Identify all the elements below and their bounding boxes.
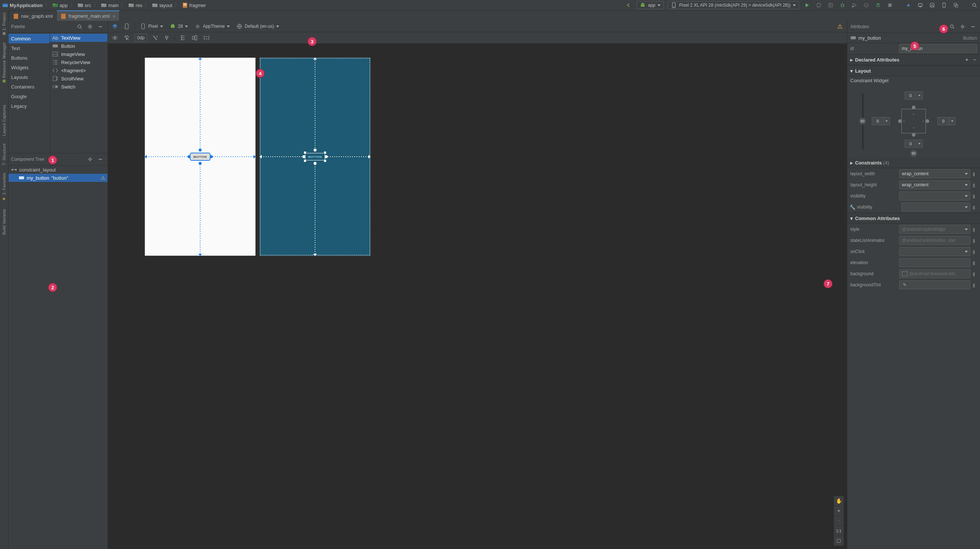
clear-constraints-icon[interactable] — [151, 34, 159, 42]
debug-button[interactable] — [838, 1, 846, 9]
handle-right[interactable] — [210, 155, 213, 158]
palette-item-fragment[interactable]: <fragment> — [50, 66, 108, 75]
strip-item-build-variants[interactable]: Build Variants — [2, 209, 6, 235]
handle-left[interactable] — [302, 155, 305, 158]
align-icon[interactable] — [191, 34, 199, 42]
anchor-top[interactable] — [912, 106, 915, 109]
cat-containers[interactable]: Containers — [8, 82, 50, 92]
background-input[interactable]: @android:drawable/btn_ — [899, 269, 970, 278]
apply-code-changes-button[interactable] — [827, 1, 835, 9]
bind-indicator-icon[interactable]: ▮ — [973, 171, 977, 177]
crumb-main[interactable]: main — [100, 2, 119, 8]
handle-top[interactable] — [313, 149, 317, 152]
handle-right[interactable] — [325, 155, 328, 158]
avd-manager-button[interactable] — [916, 1, 924, 9]
tools-visibility-select[interactable] — [901, 203, 970, 211]
gear-icon[interactable] — [958, 22, 967, 31]
handle-left[interactable] — [188, 155, 191, 158]
layout-inspector-button[interactable] — [952, 1, 960, 9]
selected-button[interactable]: BUTTON — [191, 153, 210, 160]
api-picker[interactable]: 28 — [168, 23, 189, 29]
bias-horizontal[interactable]: 50 — [910, 150, 917, 157]
warning-icon[interactable]: ⚠ — [101, 175, 105, 181]
tab-fragment-main[interactable]: fragment_main.xml × — [57, 10, 120, 22]
chevron-down-icon[interactable] — [916, 92, 923, 100]
stop-button[interactable] — [886, 1, 894, 9]
strip-item-structure[interactable]: 7: Structure — [2, 143, 6, 165]
selected-button[interactable]: BUTTON — [305, 153, 325, 160]
minimize-icon[interactable] — [96, 22, 105, 31]
margin-bottom[interactable]: 0 — [905, 140, 923, 148]
pack-icon[interactable] — [202, 34, 210, 42]
crumb-file[interactable]: fragmer — [181, 2, 207, 8]
corner-se[interactable] — [324, 160, 326, 162]
orientation-icon[interactable] — [123, 22, 131, 30]
infer-constraints-icon[interactable] — [163, 34, 171, 42]
palette-item-imageview[interactable]: ImageView — [50, 50, 108, 58]
layout-height-select[interactable]: wrap_content — [899, 181, 970, 189]
sdk-manager-button[interactable] — [928, 1, 936, 9]
bind-indicator-icon[interactable]: ▮ — [973, 182, 977, 188]
corner-sw[interactable] — [304, 160, 306, 162]
sla-input[interactable]: @android:anim/button_stat — [899, 236, 970, 245]
autoconnect-icon[interactable] — [123, 34, 131, 42]
cat-common[interactable]: Common — [8, 34, 50, 43]
pan-button[interactable]: ✋ — [834, 496, 843, 506]
theme-picker[interactable]: ◎AppTheme — [193, 23, 231, 29]
tree-root[interactable]: constraint_layout — [8, 166, 108, 174]
cat-buttons[interactable]: Buttons — [8, 53, 50, 63]
canvas[interactable]: BUTTON BUTTON — [108, 44, 847, 549]
crumb-res[interactable]: res — [127, 2, 143, 8]
tree-child-my-button[interactable]: my_button "button" ⚠ — [8, 174, 108, 182]
strip-item-favorites[interactable]: ★ 2: Favorites — [2, 173, 7, 202]
locale-picker[interactable]: Default (en-us) — [235, 23, 281, 29]
margin-right[interactable]: 0 — [937, 117, 956, 125]
default-margin[interactable]: 0dp — [135, 34, 147, 42]
device-combo[interactable]: Pixel 2 XL API 28 (minSdk(API 29) > devi… — [668, 1, 799, 9]
device-picker[interactable]: Pixel — [138, 23, 165, 29]
style-select[interactable]: @android:style/Widge — [899, 225, 970, 234]
cat-layouts[interactable]: Layouts — [8, 72, 50, 82]
anchor-left[interactable] — [898, 119, 902, 123]
gear-icon[interactable] — [86, 22, 94, 31]
attach-debugger-button[interactable] — [874, 1, 882, 9]
coverage-button[interactable] — [850, 1, 858, 9]
palette-item-scrollview[interactable]: ScrollView — [50, 75, 108, 83]
cat-widgets[interactable]: Widgets — [8, 63, 50, 72]
chevron-down-icon[interactable] — [884, 117, 890, 125]
cat-legacy[interactable]: Legacy — [8, 101, 50, 111]
visibility-select[interactable] — [899, 192, 970, 200]
palette-item-recyclerview[interactable]: RecyclerView — [50, 58, 108, 66]
back-arrow-icon[interactable] — [625, 1, 633, 9]
elevation-input[interactable] — [899, 258, 970, 267]
warning-icon[interactable]: ⚠ — [836, 22, 844, 30]
strip-item-layout-captures[interactable]: Layout Captures — [2, 105, 6, 136]
minimize-icon[interactable] — [96, 155, 105, 163]
bind-indicator-icon[interactable]: ▮ — [973, 227, 977, 232]
add-icon[interactable]: ＋ — [964, 56, 969, 63]
section-constraints[interactable]: ▸ Constraints (4) — [847, 157, 980, 168]
handle-top[interactable] — [199, 149, 202, 152]
section-layout[interactable]: ▾ Layout — [847, 65, 980, 76]
crumb-project[interactable]: MyApplication — [2, 2, 43, 8]
tab-nav-graph[interactable]: nav_graph.xml — [9, 11, 57, 21]
remove-icon[interactable]: － — [972, 56, 977, 63]
apply-changes-button[interactable] — [815, 1, 823, 9]
anchor-bottom[interactable] — [912, 133, 915, 137]
section-common[interactable]: ▾ Common Attributes — [847, 213, 980, 224]
bind-indicator-icon[interactable]: ▮ — [973, 249, 977, 254]
close-icon[interactable]: × — [113, 14, 116, 19]
minimize-icon[interactable] — [969, 22, 977, 31]
bind-indicator-icon[interactable]: ▮ — [973, 282, 977, 288]
blueprint-surface[interactable]: BUTTON — [260, 58, 370, 255]
bind-indicator-icon[interactable]: ▮ — [973, 271, 977, 277]
search-everywhere-button[interactable] — [970, 1, 978, 9]
zoom-reset-button[interactable]: 1:1 — [834, 526, 843, 536]
crumb-src[interactable]: src — [77, 2, 92, 8]
device-file-explorer-button[interactable] — [940, 1, 948, 9]
bind-indicator-icon[interactable]: ▮ — [973, 238, 977, 243]
attr-id-input[interactable] — [899, 44, 977, 53]
search-icon[interactable] — [76, 22, 84, 31]
constraint-widget[interactable]: ⌄ ⌃ › ‹ 0 0 0 0 50 50 — [847, 88, 980, 154]
palette-item-textview[interactable]: AbTextView — [50, 34, 108, 42]
